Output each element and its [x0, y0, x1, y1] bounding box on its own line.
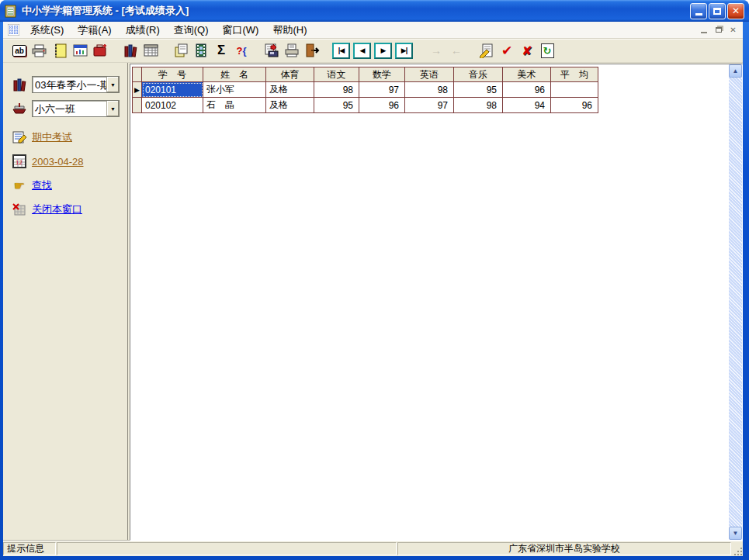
- revert-record-button-disabled[interactable]: ←: [446, 41, 466, 60]
- mdi-child-icon: [6, 22, 20, 38]
- cell-chinese[interactable]: 98: [314, 82, 359, 98]
- app-icon: [5, 5, 18, 18]
- books-stats-button[interactable]: [120, 41, 140, 60]
- menu-help[interactable]: 帮助(H): [265, 22, 314, 39]
- note-pencil-icon: [11, 130, 28, 145]
- confirm-button[interactable]: ✔: [497, 41, 517, 60]
- books-icon: [123, 43, 137, 57]
- close-grid-icon: [11, 202, 28, 217]
- class-dropdown-button[interactable]: ▼: [106, 101, 119, 116]
- cell-art[interactable]: 96: [503, 82, 551, 98]
- maximize-button[interactable]: [709, 3, 726, 19]
- cell-math[interactable]: 97: [359, 82, 405, 98]
- chevron-down-icon: ▼: [110, 106, 116, 112]
- close-window-link[interactable]: 关闭本窗口: [32, 202, 82, 216]
- label-edit-button[interactable]: ab: [9, 41, 29, 60]
- cell-name[interactable]: 张小军: [203, 82, 266, 98]
- table-row: 020102 石 晶 及格 95 96 97 98 94 96: [133, 98, 598, 113]
- col-math: 数学: [359, 67, 405, 82]
- minimize-button[interactable]: [690, 3, 707, 19]
- printer-icon: [32, 44, 47, 57]
- grid-panel: 学 号 姓 名 体育 语文 数学 英语 音乐 美术 平 均 ▶ 020101 张…: [130, 64, 743, 541]
- semester-value: 03年春季小一-期: [33, 77, 106, 92]
- vertical-scrollbar[interactable]: ▲ ▼: [729, 64, 742, 540]
- mdi-restore-button[interactable]: [712, 24, 725, 36]
- save-button[interactable]: [262, 41, 282, 60]
- cell-music[interactable]: 98: [454, 98, 503, 113]
- print-form-button[interactable]: [282, 41, 302, 60]
- table-view-button[interactable]: [140, 41, 161, 60]
- client-area: 系统(S) 学籍(A) 成绩(R) 查询(Q) 窗口(W) 帮助(H) ✕ ab: [3, 22, 743, 556]
- col-pe: 体育: [266, 67, 314, 82]
- col-average: 平 均: [551, 67, 598, 82]
- menu-student-status[interactable]: 学籍(A): [71, 22, 118, 39]
- nav-next-button[interactable]: ▶: [374, 43, 392, 59]
- menu-scores[interactable]: 成绩(R): [119, 22, 167, 39]
- cell-english[interactable]: 97: [405, 98, 454, 113]
- cell-art[interactable]: 94: [503, 98, 551, 113]
- menu-system[interactable]: 系统(S): [23, 22, 71, 39]
- resize-grip[interactable]: [732, 541, 743, 556]
- edit-record-button[interactable]: [477, 41, 497, 60]
- pointing-hand-icon: ☛: [11, 178, 28, 193]
- cell-average[interactable]: [551, 82, 598, 98]
- cell-student-id[interactable]: 020102: [142, 98, 203, 113]
- app-window: 中小学学籍管理系统 - [考试成绩录入] ✕ 系统(S) 学籍(A): [0, 0, 749, 560]
- semester-dropdown-button[interactable]: ▼: [106, 77, 119, 92]
- table-row: ▶ 020101 张小军 及格 98 97 98 95 96: [133, 82, 598, 98]
- exam-date-row: 12 2003-04-28: [11, 154, 127, 169]
- menu-query[interactable]: 查询(Q): [167, 22, 216, 39]
- toolbar: ab: [3, 39, 743, 63]
- cell-pe[interactable]: 及格: [266, 82, 314, 98]
- status-bar: 提示信息 广东省深圳市半岛实验学校: [3, 541, 743, 556]
- mdi-minimize-button[interactable]: [697, 24, 710, 36]
- exit-window-button[interactable]: [302, 41, 322, 60]
- cell-chinese[interactable]: 95: [314, 98, 359, 113]
- class-select[interactable]: 小六一班 ▼: [32, 100, 120, 117]
- sum-button[interactable]: Σ: [211, 41, 231, 60]
- cell-music[interactable]: 95: [454, 82, 503, 98]
- status-message-panel: [57, 542, 397, 555]
- media-button[interactable]: [191, 41, 211, 60]
- find-link[interactable]: 查找: [32, 178, 52, 192]
- cell-pe[interactable]: 及格: [266, 98, 314, 113]
- cancel-button[interactable]: ✘: [517, 41, 537, 60]
- print-button[interactable]: [29, 41, 50, 60]
- cell-student-id[interactable]: 020101: [142, 82, 203, 98]
- table-icon: [144, 44, 158, 57]
- mdi-close-button[interactable]: ✕: [726, 24, 740, 36]
- scroll-down-button[interactable]: ▼: [729, 527, 742, 540]
- close-button[interactable]: ✕: [727, 3, 744, 19]
- chart-window-button[interactable]: [70, 41, 90, 60]
- indicator-header: [133, 67, 142, 82]
- notebook-button[interactable]: [50, 41, 70, 60]
- scroll-up-button[interactable]: ▲: [729, 64, 742, 78]
- status-school-panel: 广东省深圳市半岛实验学校: [397, 542, 731, 555]
- conditional-query-button[interactable]: ?{: [231, 41, 251, 60]
- notebook-icon: [54, 43, 67, 58]
- semester-row: 03年春季小一-期 ▼: [11, 76, 127, 93]
- nav-last-button[interactable]: ▶|: [395, 43, 413, 59]
- cell-average[interactable]: 96: [551, 98, 598, 113]
- exam-date-link[interactable]: 2003-04-28: [32, 156, 84, 168]
- refresh-button[interactable]: ↻: [537, 41, 557, 60]
- exam-type-row: 期中考试: [11, 130, 127, 145]
- calendar-icon: 12: [11, 154, 28, 169]
- nav-first-button[interactable]: |◀: [332, 43, 350, 59]
- cell-name[interactable]: 石 晶: [203, 98, 266, 113]
- copy-record-button[interactable]: [171, 41, 191, 60]
- first-aid-button[interactable]: [90, 41, 110, 60]
- nav-prev-button[interactable]: ◀: [353, 43, 371, 59]
- sigma-icon: Σ: [217, 43, 225, 58]
- query-icon: ?{: [236, 45, 246, 57]
- midterm-exam-link[interactable]: 期中考试: [32, 130, 72, 144]
- boat-icon: [11, 101, 28, 116]
- sidebar: 03年春季小一-期 ▼ 小六一班 ▼: [3, 63, 127, 541]
- film-icon: [195, 43, 207, 57]
- menu-window[interactable]: 窗口(W): [216, 22, 266, 39]
- semester-select[interactable]: 03年春季小一-期 ▼: [32, 76, 120, 93]
- insert-record-button-disabled[interactable]: →: [426, 41, 446, 60]
- cell-english[interactable]: 98: [405, 82, 454, 98]
- exit-door-icon: [305, 43, 320, 57]
- cell-math[interactable]: 96: [359, 98, 405, 113]
